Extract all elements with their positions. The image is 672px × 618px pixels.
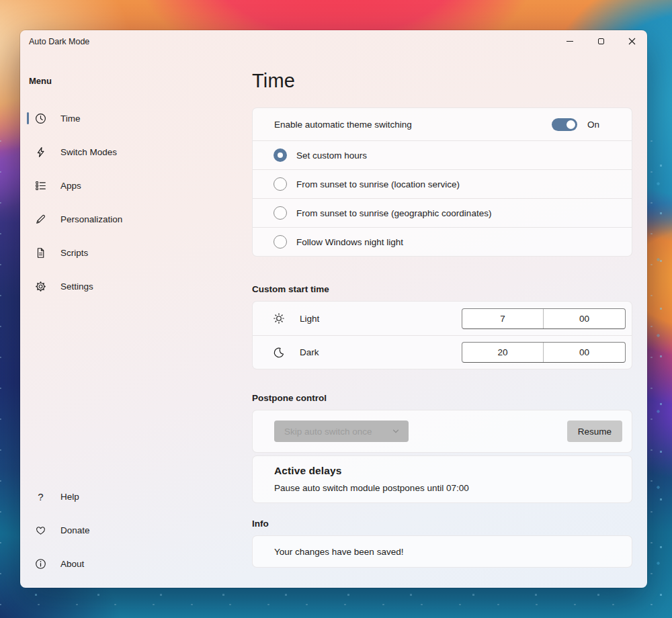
selection-indicator: [27, 112, 29, 124]
info-icon: [35, 558, 46, 570]
radio-label: From sunset to sunrise (location service…: [296, 179, 460, 189]
apps-list-icon: [35, 180, 46, 191]
sidebar-item-label: Scripts: [60, 248, 88, 258]
radio-label: From sunset to sunrise (geographic coord…: [296, 208, 491, 218]
active-delays-title: Active delays: [274, 465, 610, 477]
sidebar-item-donate[interactable]: Donate: [24, 513, 245, 547]
sidebar-item-scripts[interactable]: Scripts: [24, 236, 245, 269]
sidebar-nav: Time Switch Modes Apps Personalization S…: [24, 101, 245, 303]
enable-switching-row: Enable automatic theme switching On: [253, 108, 632, 140]
info-message: Your changes have been saved!: [274, 547, 403, 557]
radio-icon: [274, 206, 287, 220]
postpone-row: Skip auto switch once Resume: [253, 410, 632, 452]
heart-icon: [35, 525, 46, 536]
page-title: Time: [252, 69, 632, 92]
postpone-control-heading: Postpone control: [252, 393, 632, 403]
info-card: Your changes have been saved!: [252, 535, 632, 568]
theme-switching-card: Enable automatic theme switching On Set …: [252, 107, 632, 257]
sidebar-item-time[interactable]: Time: [24, 101, 245, 135]
toggle-knob: [566, 120, 575, 129]
window-title: Auto Dark Mode: [29, 37, 89, 46]
light-hour-input[interactable]: [462, 309, 544, 328]
sidebar-item-label: Help: [60, 492, 79, 502]
light-time-row: Light: [253, 302, 632, 335]
sidebar-item-label: Apps: [60, 181, 81, 191]
radio-follow-night-light[interactable]: Follow Windows night light: [253, 227, 632, 256]
moon-icon: [273, 347, 285, 359]
sidebar-item-label: Switch Modes: [60, 147, 117, 157]
dark-hour-input[interactable]: [462, 343, 544, 362]
dark-minute-input[interactable]: [544, 343, 625, 362]
radio-set-custom-hours[interactable]: Set custom hours: [253, 140, 632, 169]
document-icon: [35, 247, 46, 259]
custom-start-time-card: Light Dark: [252, 301, 632, 369]
active-delays-text: Pause auto switch module postpones until…: [274, 483, 610, 493]
light-minute-input[interactable]: [544, 309, 625, 328]
resume-button[interactable]: Resume: [567, 421, 622, 442]
chevron-down-icon: [391, 427, 401, 436]
radio-icon: [274, 148, 287, 162]
radio-icon: [274, 235, 287, 249]
enable-switching-label: Enable automatic theme switching: [274, 120, 412, 130]
sun-icon: [273, 312, 285, 324]
skip-switch-dropdown[interactable]: Skip auto switch once: [274, 421, 409, 442]
main-content: Time Enable automatic theme switching On…: [252, 30, 632, 568]
sidebar-item-label: About: [60, 559, 84, 569]
app-window: Auto Dark Mode Menu Time Switch Modes Ap…: [20, 30, 647, 588]
dark-time-row: Dark: [253, 335, 632, 369]
dropdown-value: Skip auto switch once: [284, 427, 391, 437]
radio-label: Set custom hours: [296, 150, 367, 161]
sidebar-item-label: Donate: [60, 525, 90, 535]
sidebar-item-personalization[interactable]: Personalization: [24, 202, 245, 236]
sidebar-item-switch-modes[interactable]: Switch Modes: [24, 135, 245, 169]
sidebar-item-apps[interactable]: Apps: [24, 169, 245, 202]
dark-time-inputs: [462, 342, 626, 363]
radio-sunset-geographic-coordinates[interactable]: From sunset to sunrise (geographic coord…: [253, 198, 632, 227]
sidebar-footer: ? Help Donate About: [24, 480, 245, 580]
lightning-icon: [35, 146, 46, 158]
sidebar-item-about[interactable]: About: [24, 547, 245, 580]
light-label: Light: [300, 314, 319, 324]
toggle-state-label: On: [587, 120, 599, 130]
active-delays-card: Active delays Pause auto switch module p…: [252, 455, 632, 503]
sidebar-item-label: Personalization: [60, 214, 122, 224]
sidebar-item-help[interactable]: ? Help: [24, 480, 245, 513]
question-icon: ?: [35, 491, 46, 502]
radio-icon: [274, 177, 287, 191]
postpone-card: Skip auto switch once Resume: [252, 410, 632, 453]
radio-sunset-location-service[interactable]: From sunset to sunrise (location service…: [253, 169, 632, 198]
sidebar-item-label: Time: [60, 114, 81, 124]
radio-label: Follow Windows night light: [296, 237, 403, 247]
theme-switching-toggle[interactable]: [552, 118, 577, 131]
gear-icon: [35, 281, 46, 292]
sidebar-item-label: Settings: [60, 281, 93, 292]
clock-icon: [35, 113, 46, 124]
info-heading: Info: [252, 519, 632, 529]
dark-label: Dark: [300, 347, 319, 357]
sidebar-item-settings[interactable]: Settings: [24, 269, 245, 303]
light-time-inputs: [462, 308, 626, 329]
custom-start-time-heading: Custom start time: [252, 284, 632, 294]
brush-icon: [35, 214, 46, 225]
menu-heading: Menu: [29, 76, 52, 86]
